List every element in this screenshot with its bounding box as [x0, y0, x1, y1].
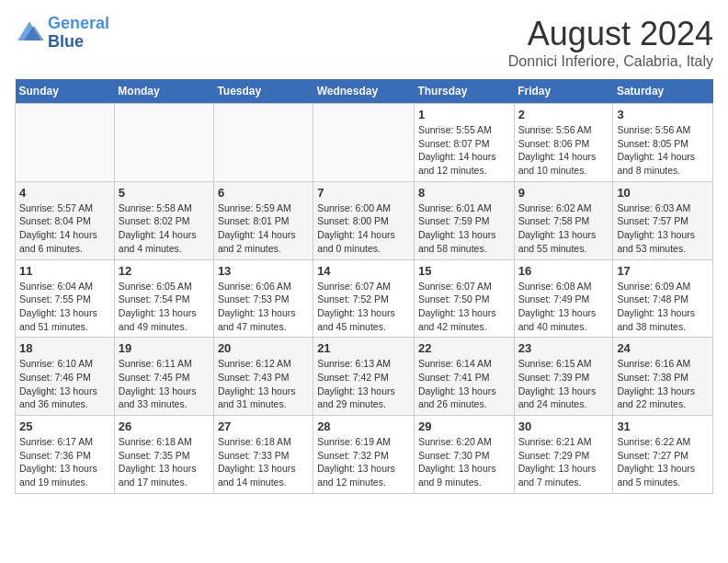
- calendar-cell: 4Sunrise: 5:57 AM Sunset: 8:04 PM Daylig…: [16, 181, 115, 259]
- calendar-cell: [114, 104, 213, 182]
- day-number: 21: [317, 341, 410, 355]
- weekday-header: Friday: [514, 79, 613, 104]
- day-info: Sunrise: 6:20 AM Sunset: 7:30 PM Dayligh…: [418, 435, 510, 489]
- day-info: Sunrise: 6:10 AM Sunset: 7:46 PM Dayligh…: [19, 357, 110, 411]
- calendar-cell: 6Sunrise: 5:59 AM Sunset: 8:01 PM Daylig…: [213, 181, 313, 259]
- calendar-cell: 9Sunrise: 6:02 AM Sunset: 7:58 PM Daylig…: [514, 181, 613, 259]
- calendar-cell: 10Sunrise: 6:03 AM Sunset: 7:57 PM Dayli…: [613, 181, 713, 259]
- day-info: Sunrise: 5:57 AM Sunset: 8:04 PM Dayligh…: [19, 201, 110, 256]
- calendar-cell: 7Sunrise: 6:00 AM Sunset: 8:00 PM Daylig…: [313, 181, 415, 259]
- day-number: 8: [418, 186, 510, 200]
- calendar-cell: 5Sunrise: 5:58 AM Sunset: 8:02 PM Daylig…: [114, 181, 213, 259]
- day-number: 14: [317, 264, 410, 278]
- day-info: Sunrise: 5:55 AM Sunset: 8:07 PM Dayligh…: [418, 123, 510, 178]
- day-info: Sunrise: 6:17 AM Sunset: 7:36 PM Dayligh…: [19, 435, 110, 489]
- day-info: Sunrise: 6:19 AM Sunset: 7:32 PM Dayligh…: [317, 435, 410, 489]
- calendar-week-row: 11Sunrise: 6:04 AM Sunset: 7:55 PM Dayli…: [16, 259, 713, 338]
- day-number: 24: [617, 341, 709, 355]
- day-number: 27: [218, 419, 309, 433]
- day-info: Sunrise: 6:04 AM Sunset: 7:55 PM Dayligh…: [19, 280, 110, 334]
- calendar-cell: 24Sunrise: 6:16 AM Sunset: 7:38 PM Dayli…: [613, 338, 713, 416]
- calendar-cell: 19Sunrise: 6:11 AM Sunset: 7:45 PM Dayli…: [114, 338, 213, 416]
- day-number: 9: [518, 186, 609, 200]
- calendar-cell: 13Sunrise: 6:06 AM Sunset: 7:53 PM Dayli…: [213, 259, 313, 338]
- day-number: 13: [218, 264, 309, 278]
- day-number: 7: [317, 186, 410, 200]
- day-info: Sunrise: 6:18 AM Sunset: 7:35 PM Dayligh…: [119, 435, 210, 489]
- day-info: Sunrise: 5:56 AM Sunset: 8:06 PM Dayligh…: [518, 123, 609, 178]
- calendar-cell: 3Sunrise: 5:56 AM Sunset: 8:05 PM Daylig…: [613, 104, 713, 182]
- weekday-header: Tuesday: [213, 79, 313, 104]
- calendar-cell: 14Sunrise: 6:07 AM Sunset: 7:52 PM Dayli…: [313, 259, 415, 338]
- calendar-cell: 17Sunrise: 6:09 AM Sunset: 7:48 PM Dayli…: [613, 259, 713, 338]
- page-header: General Blue August 2024 Donnici Inferio…: [15, 15, 713, 70]
- logo: General Blue: [15, 15, 109, 52]
- day-info: Sunrise: 5:59 AM Sunset: 8:01 PM Dayligh…: [218, 201, 309, 256]
- day-info: Sunrise: 6:11 AM Sunset: 7:45 PM Dayligh…: [119, 357, 210, 411]
- day-number: 11: [19, 264, 110, 278]
- day-info: Sunrise: 6:18 AM Sunset: 7:33 PM Dayligh…: [218, 435, 309, 489]
- calendar-cell: 18Sunrise: 6:10 AM Sunset: 7:46 PM Dayli…: [16, 338, 115, 416]
- weekday-header: Thursday: [414, 79, 514, 104]
- day-info: Sunrise: 6:03 AM Sunset: 7:57 PM Dayligh…: [617, 201, 709, 256]
- logo-text: General Blue: [48, 15, 109, 52]
- calendar-cell: 22Sunrise: 6:14 AM Sunset: 7:41 PM Dayli…: [414, 338, 514, 416]
- calendar-cell: 11Sunrise: 6:04 AM Sunset: 7:55 PM Dayli…: [16, 259, 115, 338]
- day-info: Sunrise: 6:05 AM Sunset: 7:54 PM Dayligh…: [119, 280, 210, 334]
- calendar-cell: [213, 104, 313, 182]
- day-info: Sunrise: 6:14 AM Sunset: 7:41 PM Dayligh…: [418, 357, 510, 411]
- day-info: Sunrise: 6:12 AM Sunset: 7:43 PM Dayligh…: [218, 357, 309, 411]
- calendar-cell: 20Sunrise: 6:12 AM Sunset: 7:43 PM Dayli…: [213, 338, 313, 416]
- day-number: 16: [518, 264, 609, 278]
- day-number: 10: [617, 186, 709, 200]
- day-info: Sunrise: 6:16 AM Sunset: 7:38 PM Dayligh…: [617, 357, 709, 411]
- title-block: August 2024 Donnici Inferiore, Calabria,…: [508, 15, 713, 70]
- calendar-cell: 1Sunrise: 5:55 AM Sunset: 8:07 PM Daylig…: [414, 104, 514, 182]
- day-number: 4: [19, 186, 110, 200]
- day-info: Sunrise: 6:08 AM Sunset: 7:49 PM Dayligh…: [518, 280, 609, 334]
- day-number: 30: [518, 419, 609, 433]
- month-title: August 2024: [508, 15, 713, 53]
- day-info: Sunrise: 6:13 AM Sunset: 7:42 PM Dayligh…: [317, 357, 410, 411]
- day-info: Sunrise: 6:00 AM Sunset: 8:00 PM Dayligh…: [317, 201, 410, 256]
- day-number: 15: [418, 264, 510, 278]
- weekday-header: Saturday: [613, 79, 713, 104]
- day-info: Sunrise: 6:22 AM Sunset: 7:27 PM Dayligh…: [617, 435, 709, 489]
- day-info: Sunrise: 6:02 AM Sunset: 7:58 PM Dayligh…: [518, 201, 609, 256]
- day-number: 17: [617, 264, 709, 278]
- calendar-cell: 15Sunrise: 6:07 AM Sunset: 7:50 PM Dayli…: [414, 259, 514, 338]
- day-info: Sunrise: 6:09 AM Sunset: 7:48 PM Dayligh…: [617, 280, 709, 334]
- day-number: 20: [218, 341, 309, 355]
- day-number: 5: [119, 186, 210, 200]
- day-info: Sunrise: 6:06 AM Sunset: 7:53 PM Dayligh…: [218, 280, 309, 334]
- calendar-week-row: 25Sunrise: 6:17 AM Sunset: 7:36 PM Dayli…: [16, 416, 713, 494]
- weekday-header-row: SundayMondayTuesdayWednesdayThursdayFrid…: [16, 79, 713, 104]
- day-number: 18: [19, 341, 110, 355]
- calendar-cell: 8Sunrise: 6:01 AM Sunset: 7:59 PM Daylig…: [414, 181, 514, 259]
- calendar-week-row: 1Sunrise: 5:55 AM Sunset: 8:07 PM Daylig…: [16, 104, 713, 182]
- calendar-cell: 2Sunrise: 5:56 AM Sunset: 8:06 PM Daylig…: [514, 104, 613, 182]
- day-number: 1: [418, 108, 510, 121]
- calendar-cell: 25Sunrise: 6:17 AM Sunset: 7:36 PM Dayli…: [16, 416, 115, 494]
- day-number: 28: [317, 419, 410, 433]
- day-info: Sunrise: 6:21 AM Sunset: 7:29 PM Dayligh…: [518, 435, 609, 489]
- day-number: 19: [119, 341, 210, 355]
- day-info: Sunrise: 5:56 AM Sunset: 8:05 PM Dayligh…: [617, 123, 709, 178]
- day-number: 29: [418, 419, 510, 433]
- day-number: 23: [518, 341, 609, 355]
- day-number: 26: [119, 419, 210, 433]
- calendar-week-row: 4Sunrise: 5:57 AM Sunset: 8:04 PM Daylig…: [16, 181, 713, 259]
- calendar-cell: 28Sunrise: 6:19 AM Sunset: 7:32 PM Dayli…: [313, 416, 415, 494]
- calendar-cell: 31Sunrise: 6:22 AM Sunset: 7:27 PM Dayli…: [613, 416, 713, 494]
- calendar-cell: [16, 104, 115, 182]
- weekday-header: Monday: [114, 79, 213, 104]
- calendar-week-row: 18Sunrise: 6:10 AM Sunset: 7:46 PM Dayli…: [16, 338, 713, 416]
- day-number: 25: [19, 419, 110, 433]
- day-number: 2: [518, 108, 609, 121]
- day-info: Sunrise: 6:15 AM Sunset: 7:39 PM Dayligh…: [518, 357, 609, 411]
- day-number: 31: [617, 419, 709, 433]
- logo-icon: [15, 18, 44, 48]
- day-info: Sunrise: 5:58 AM Sunset: 8:02 PM Dayligh…: [119, 201, 210, 256]
- day-number: 3: [617, 108, 709, 121]
- calendar-cell: 27Sunrise: 6:18 AM Sunset: 7:33 PM Dayli…: [213, 416, 313, 494]
